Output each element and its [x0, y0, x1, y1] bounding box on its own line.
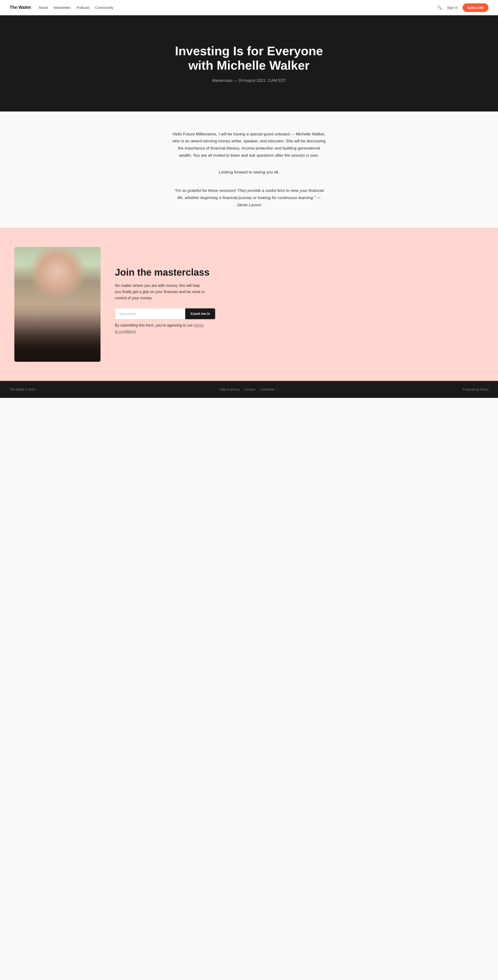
signin-link[interactable]: Sign in: [447, 5, 458, 10]
cta-section: Join the masterclass No matter where you…: [0, 228, 498, 381]
nav-logo[interactable]: The Wallet: [10, 5, 31, 10]
nav-links: About Newsletter Podcast Community: [38, 5, 113, 10]
form-disclaimer: By submitting this form, you're agreeing…: [115, 322, 206, 335]
nav-item-newsletter[interactable]: Newsletter: [54, 5, 71, 10]
footer-dot-2: ·: [257, 388, 258, 391]
hero-section: Investing Is for Everyone with Michelle …: [0, 15, 498, 111]
testimonial-quote: "I'm so grateful for these sessions! The…: [173, 187, 326, 208]
footer-link-contact[interactable]: Contact: [245, 388, 255, 391]
footer-dot-1: ·: [242, 388, 243, 391]
email-form: Count me in: [115, 308, 215, 320]
search-icon[interactable]: 🔍: [437, 5, 442, 10]
speaker-image-container: [14, 247, 100, 362]
content-section: Hello Future Millionaires, I will be hav…: [0, 111, 498, 228]
footer-copyright: The Wallet © 2023: [10, 388, 35, 391]
cta-description: No matter where you are with money, this…: [115, 283, 206, 301]
hero-title: Investing Is for Everyone with Michelle …: [163, 44, 335, 73]
footer-link-privacy[interactable]: Data & privacy: [220, 388, 240, 391]
count-me-in-button[interactable]: Count me in: [185, 309, 215, 319]
nav-left: The Wallet About Newsletter Podcast Comm…: [10, 5, 113, 10]
navbar: The Wallet About Newsletter Podcast Comm…: [0, 0, 498, 15]
footer-link-contribute[interactable]: Contribute →: [260, 388, 278, 391]
looking-forward-text: Looking forward to seeing you all.: [173, 169, 326, 176]
nav-right: 🔍 Sign in Subscribe: [437, 3, 488, 12]
footer-powered-by: Powered by Ghost: [463, 388, 488, 391]
disclaimer-suffix-text: .: [136, 329, 137, 334]
nav-item-podcast[interactable]: Podcast: [76, 5, 89, 10]
nav-link-about[interactable]: About: [38, 5, 48, 10]
subscribe-button[interactable]: Subscribe: [463, 3, 488, 12]
speaker-photo: [14, 247, 100, 362]
nav-item-community[interactable]: Community: [95, 5, 113, 10]
nav-link-newsletter[interactable]: Newsletter: [54, 5, 71, 10]
hero-subtitle: Masterclass — 24 August 2023, 11AM EDT: [10, 78, 488, 83]
email-input[interactable]: [115, 309, 185, 319]
cta-content: Join the masterclass No matter where you…: [115, 267, 484, 342]
nav-link-podcast[interactable]: Podcast: [76, 5, 89, 10]
main-text: Hello Future Millionaires, I will be hav…: [173, 130, 326, 159]
footer-links: Data & privacy · Contact · Contribute →: [220, 388, 278, 391]
disclaimer-prefix-text: By submitting this form, you're agreeing…: [115, 323, 194, 327]
footer: The Wallet © 2023 Data & privacy · Conta…: [0, 381, 498, 398]
nav-item-about[interactable]: About: [38, 5, 48, 10]
nav-link-community[interactable]: Community: [95, 5, 113, 10]
cta-heading: Join the masterclass: [115, 267, 484, 278]
